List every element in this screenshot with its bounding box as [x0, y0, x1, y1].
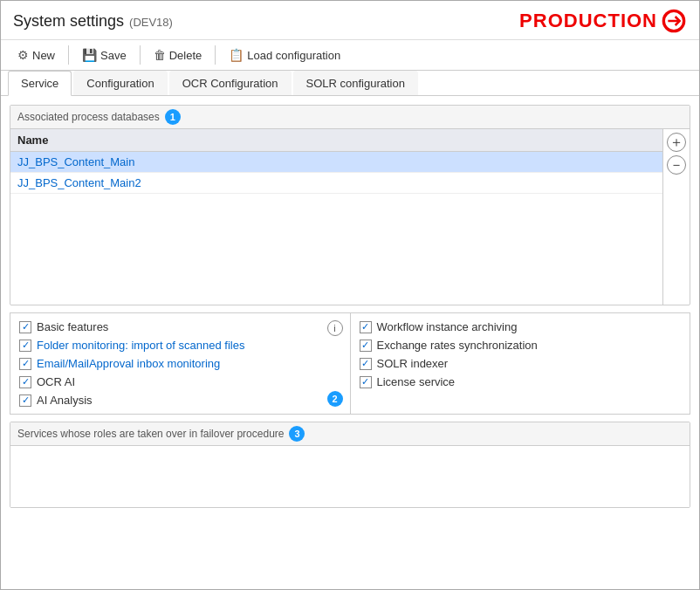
db-list: Name JJ_BPS_Content_Main JJ_BPS_Content_… — [10, 129, 662, 305]
feature-ocr-label: OCR AI — [37, 375, 75, 388]
brand-icon — [661, 8, 687, 34]
add-db-button[interactable]: ＋ — [667, 133, 686, 152]
tab-configuration[interactable]: Configuration — [73, 71, 167, 95]
feature-email-label: Email/MailApproval inbox monitoring — [37, 357, 220, 370]
load-config-button[interactable]: 📋 Load configuration — [219, 44, 350, 66]
feature-license-label: License service — [377, 375, 456, 388]
tab-service[interactable]: Service — [8, 71, 72, 96]
new-icon: ⚙ — [17, 48, 29, 62]
feature-exchange-label: Exchange rates synchronization — [377, 339, 538, 352]
features-right-col: Workflow instance archiving Exchange rat… — [350, 312, 691, 415]
brand-label: PRODUCTION — [519, 8, 687, 34]
save-button[interactable]: 💾 Save — [72, 44, 136, 66]
feature-license-checkbox[interactable] — [360, 376, 372, 388]
delete-button[interactable]: 🗑 Delete — [144, 44, 212, 66]
associated-db-label: Associated process databases — [17, 111, 160, 123]
remove-db-button[interactable]: － — [667, 155, 686, 175]
main-content: Associated process databases 1 Name JJ_B… — [1, 96, 699, 589]
feature-folder-label: Folder monitoring: import of scanned fil… — [37, 339, 244, 352]
feature-email-checkbox[interactable] — [19, 358, 31, 370]
feature-license: License service — [360, 375, 682, 388]
feature-ai-checkbox[interactable] — [19, 394, 31, 407]
info-icon[interactable]: i — [327, 320, 343, 336]
new-button[interactable]: ⚙ New — [8, 44, 65, 66]
failover-body — [10, 446, 690, 507]
feature-basic: Basic features — [19, 320, 341, 333]
feature-solr: SOLR indexer — [360, 357, 682, 370]
failover-label: Services whose roles are taken over in f… — [17, 428, 284, 440]
tab-ocr[interactable]: OCR Configuration — [169, 71, 292, 95]
features-badge-overlay: 2 — [327, 391, 343, 407]
window-title: System settings — [13, 12, 124, 31]
feature-basic-checkbox[interactable] — [19, 321, 31, 333]
db-column-name: Name — [17, 134, 48, 147]
associated-db-body: Name JJ_BPS_Content_Main JJ_BPS_Content_… — [10, 129, 690, 305]
window-env: (DEV18) — [129, 16, 173, 29]
separator-3 — [215, 45, 216, 65]
title-bar: System settings (DEV18) PRODUCTION — [1, 1, 699, 40]
feature-exchange-checkbox[interactable] — [360, 340, 372, 352]
feature-ocr-checkbox[interactable] — [19, 376, 31, 388]
feature-workflow-checkbox[interactable] — [360, 321, 372, 333]
feature-solr-label: SOLR indexer — [377, 357, 449, 370]
failover-section: Services whose roles are taken over in f… — [10, 422, 690, 508]
feature-ai-label: AI Analysis — [37, 394, 93, 407]
db-side-actions: ＋ － — [662, 129, 690, 305]
feature-email: Email/MailApproval inbox monitoring — [19, 357, 341, 370]
feature-ai: AI Analysis — [19, 394, 341, 407]
features-section: i Basic features Folder monitoring: impo… — [10, 312, 690, 415]
failover-header: Services whose roles are taken over in f… — [10, 422, 690, 446]
associated-db-badge: 1 — [165, 109, 181, 125]
tab-solr[interactable]: SOLR configuration — [293, 71, 418, 95]
separator-1 — [68, 45, 69, 65]
feature-workflow-label: Workflow instance archiving — [377, 320, 518, 333]
toolbar: ⚙ New 💾 Save 🗑 Delete 📋 Load configurati… — [1, 40, 699, 71]
feature-ocr: OCR AI — [19, 375, 341, 388]
feature-folder: Folder monitoring: import of scanned fil… — [19, 339, 341, 352]
delete-icon: 🗑 — [154, 48, 166, 62]
feature-folder-checkbox[interactable] — [19, 340, 31, 352]
db-table-header: Name — [10, 129, 662, 152]
tab-bar: Service Configuration OCR Configuration … — [1, 71, 699, 96]
feature-solr-checkbox[interactable] — [360, 358, 372, 370]
db-list-item[interactable]: JJ_BPS_Content_Main — [10, 152, 662, 173]
associated-db-section: Associated process databases 1 Name JJ_B… — [10, 105, 690, 305]
associated-db-header: Associated process databases 1 — [10, 106, 690, 129]
failover-badge: 3 — [289, 426, 305, 442]
db-list-item[interactable]: JJ_BPS_Content_Main2 — [10, 173, 662, 194]
separator-2 — [140, 45, 141, 65]
features-badge: 2 — [327, 391, 343, 407]
title-bar-left: System settings (DEV18) — [13, 12, 173, 31]
save-icon: 💾 — [82, 48, 97, 62]
load-icon: 📋 — [229, 48, 244, 62]
features-left-col: i Basic features Folder monitoring: impo… — [10, 312, 350, 415]
main-window: System settings (DEV18) PRODUCTION ⚙ New… — [0, 0, 700, 590]
feature-exchange: Exchange rates synchronization — [360, 339, 682, 352]
feature-basic-label: Basic features — [37, 320, 108, 333]
feature-workflow: Workflow instance archiving — [360, 320, 682, 333]
